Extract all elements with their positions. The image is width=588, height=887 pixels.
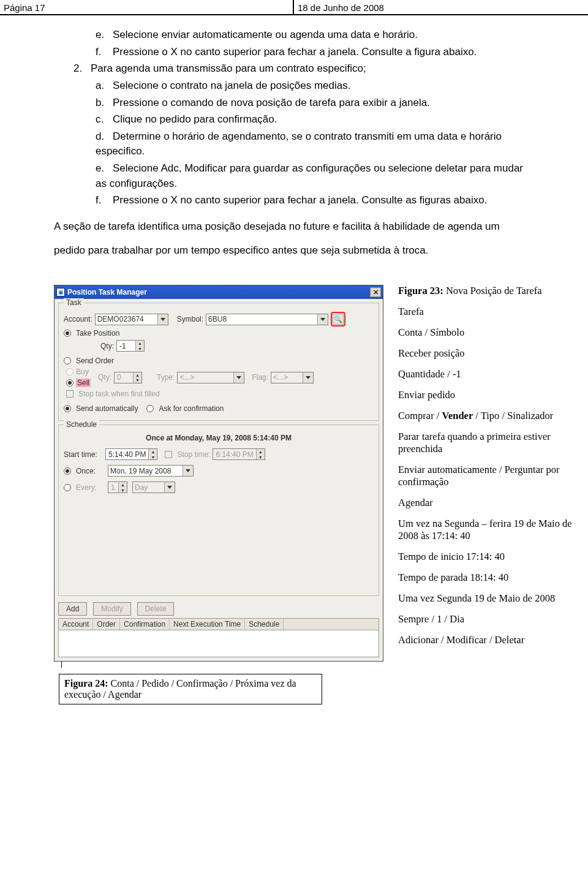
- qty2-value: 0: [115, 372, 133, 383]
- once-date-combo[interactable]: Mon, 19 May 2008: [108, 465, 194, 477]
- col-account[interactable]: Account: [59, 619, 93, 630]
- page-header: Página 17 18 de Junho de 2008: [0, 0, 588, 15]
- list-text: Selecione Adc, Modificar para guardar as…: [96, 162, 523, 189]
- buy-radio[interactable]: [66, 368, 74, 376]
- col-order[interactable]: Order: [93, 619, 120, 630]
- paragraph: pedido para trabalhar por um tempo espec…: [54, 243, 534, 259]
- qty-label: Qty:: [100, 342, 114, 350]
- qty2-stepper[interactable]: 0▲▼: [114, 372, 142, 383]
- grid-body[interactable]: [58, 630, 379, 657]
- legend-item: Enviar pedido: [398, 389, 576, 401]
- legend-item: Tempo de parada 18:14: 40: [398, 572, 576, 584]
- figure-24-caption: Figura 24: Conta / Pedido / Confirmação …: [59, 674, 322, 704]
- list-text: Selecione o contrato na janela de posiçõ…: [113, 80, 350, 91]
- buy-label: Buy: [76, 368, 89, 376]
- stop-time-stepper[interactable]: 6:14:40 PM▲▼: [213, 448, 265, 460]
- add-button[interactable]: Add: [58, 602, 87, 616]
- ask-conf-radio[interactable]: [146, 405, 154, 412]
- start-time-stepper[interactable]: 5:14:40 PM▲▼: [105, 448, 157, 460]
- col-next-exec[interactable]: Next Execution Time: [170, 619, 245, 630]
- take-position-radio[interactable]: [64, 330, 71, 337]
- titlebar[interactable]: ▣ Position Task Manager ✕: [55, 285, 383, 299]
- legend-bold: Vender: [442, 410, 473, 421]
- list-item: d.Determine o horário de agendamento, se…: [96, 129, 534, 159]
- legend-item: Comprar / Vender / Tipo / Sinalizador: [398, 410, 576, 422]
- sell-radio[interactable]: [66, 379, 74, 387]
- legend-item: Tempo de inicio 17:14: 40: [398, 551, 576, 563]
- legend-item: Receber posição: [398, 347, 576, 360]
- every-n-stepper[interactable]: 1▲▼: [108, 481, 127, 493]
- start-time-label: Start time:: [64, 450, 103, 459]
- symbol-label: Symbol:: [177, 315, 203, 323]
- list-item: 2.Para agenda uma transmissão para um co…: [74, 61, 534, 208]
- qty-stepper[interactable]: -1▲▼: [116, 340, 145, 352]
- legend-item: Um vez na Segunda – ferira 19 de Maio de…: [398, 518, 576, 542]
- every-label: Every:: [76, 483, 105, 492]
- type-combo[interactable]: <...>: [177, 372, 244, 383]
- col-schedule[interactable]: Schedule: [245, 619, 284, 630]
- close-icon[interactable]: ✕: [370, 287, 381, 297]
- stop-time-value: 6:14:40 PM: [213, 449, 255, 459]
- legend-text: / Tipo / Sinalizador: [473, 410, 553, 421]
- list-text: Pressione o X no canto superior para fec…: [113, 46, 477, 58]
- list-text: Para agenda uma transmissão para um cont…: [91, 62, 366, 74]
- type-label: Type:: [157, 373, 175, 382]
- list-item: f.Pressione o X no canto superior para f…: [96, 45, 534, 60]
- col-confirmation[interactable]: Confirmation: [120, 619, 170, 630]
- fig23-text: Nova Posição de Tarefa: [443, 285, 542, 296]
- once-label: Once:: [76, 467, 105, 475]
- legend-item: Tarefa: [398, 306, 576, 318]
- schedule-fieldset: Schedule Once at Monday, May 19, 2008 5:…: [58, 425, 379, 596]
- fig24-label: Figura 24:: [64, 678, 108, 689]
- list-item: c.Clique no pedido para confirmação.: [96, 112, 534, 127]
- schedule-title: Once at Monday, May 19, 2008 5:14:40 PM: [64, 434, 374, 442]
- once-value: Mon, 19 May 2008: [110, 467, 171, 475]
- page-date: 18 de Junho de 2008: [294, 0, 588, 14]
- window-title: Position Task Manager: [67, 288, 370, 296]
- ask-conf-label: Ask for confirmation: [159, 404, 224, 413]
- stop-time-checkbox[interactable]: [165, 451, 172, 458]
- document-body: e.Selecione enviar automaticamente ou ag…: [0, 15, 588, 270]
- grid-headers: Account Order Confirmation Next Executio…: [58, 618, 379, 630]
- schedule-legend: Schedule: [64, 420, 99, 429]
- list-text: Pressione o comando de nova posição de t…: [113, 97, 430, 108]
- page-number: Página 17: [0, 0, 294, 14]
- flag-value: <...>: [273, 373, 288, 382]
- stop-task-checkbox[interactable]: [66, 390, 74, 398]
- caption-connector: [61, 662, 383, 668]
- list-text: Selecione enviar automaticamente ou agen…: [113, 29, 418, 40]
- legend-item: Conta / Símbolo: [398, 326, 576, 339]
- list-item: a.Selecione o contrato na janela de posi…: [96, 78, 534, 94]
- every-radio[interactable]: [64, 484, 71, 491]
- legend-item: Parar tarefa quando a primeira estiver p…: [398, 431, 576, 455]
- legend-item: Uma vez Segunda 19 de Maio de 2008: [398, 592, 576, 605]
- flag-combo[interactable]: <...>: [271, 372, 314, 383]
- start-time-value: 5:14:40 PM: [106, 449, 148, 459]
- delete-button[interactable]: Delete: [137, 602, 175, 616]
- task-legend: Task: [64, 298, 84, 307]
- every-unit-value: Day: [135, 483, 148, 492]
- send-order-label: Send Order: [76, 357, 114, 365]
- send-auto-label: Send automatically: [76, 404, 138, 413]
- list-item: f.Pressione o X no canto superior para f…: [96, 193, 534, 208]
- once-radio[interactable]: [64, 467, 71, 475]
- send-order-radio[interactable]: [64, 357, 71, 364]
- type-value: <...>: [179, 373, 194, 382]
- highlight-annotation: 🔍: [331, 312, 345, 326]
- account-label: Account:: [64, 315, 92, 323]
- search-icon[interactable]: 🔍: [333, 314, 344, 325]
- send-auto-radio[interactable]: [64, 405, 71, 412]
- list-text: Clique no pedido para confirmação.: [113, 113, 277, 125]
- list-text: Pressione o X no canto superior para fec…: [113, 194, 487, 206]
- legend-item: Enviar automaticamente / Perguntar por c…: [398, 464, 576, 488]
- modify-button[interactable]: Modify: [93, 602, 130, 616]
- flag-label: Flag:: [252, 373, 268, 382]
- symbol-combo[interactable]: 6BU8: [206, 314, 328, 325]
- paragraph: A seção de tarefa identifica uma posição…: [54, 219, 534, 235]
- every-unit-combo[interactable]: Day: [132, 481, 175, 493]
- account-combo[interactable]: DEMO023674: [95, 314, 168, 325]
- list-item: b.Pressione o comando de nova posição de…: [96, 96, 534, 111]
- list-item: e.Selecione enviar automaticamente ou ag…: [96, 28, 534, 43]
- list-item: e.Selecione Adc, Modificar para guardar …: [96, 161, 534, 191]
- task-fieldset: Task Account: DEMO023674 Symbol: 6BU8 🔍 …: [58, 303, 379, 421]
